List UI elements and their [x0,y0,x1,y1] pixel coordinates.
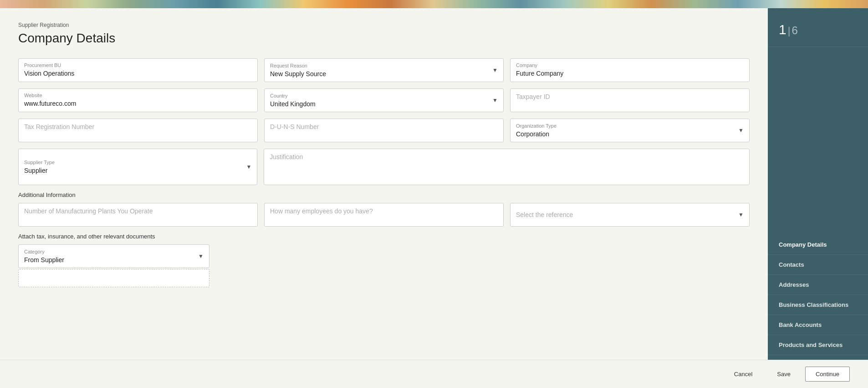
company-value: Future Company [516,70,563,77]
sidebar-item-bank-accounts[interactable]: Bank Accounts [768,315,868,335]
category-inner: Category From Supplier [24,249,198,264]
company-field[interactable]: Company Future Company [510,58,750,82]
website-field[interactable]: Website www.futureco.com [18,88,258,112]
country-value: United Kingdom [270,100,316,108]
num-plants-field[interactable]: Number of Manufacturing Plants You Opera… [18,203,258,227]
attach-docs-area: Category From Supplier ▼ [18,244,209,287]
request-reason-field[interactable]: Request Reason New Supply Source ▼ [264,58,504,82]
form-row-1: Procurement BU Vision Operations Request… [18,58,750,82]
sidebar-item-contacts[interactable]: Contacts [768,255,868,275]
category-dropdown-icon: ▼ [198,253,204,259]
continue-button[interactable]: Continue [805,367,850,382]
form-row-additional: Number of Manufacturing Plants You Opera… [18,203,750,227]
supplier-type-label: Supplier Type [24,160,246,165]
procurement-bu-field[interactable]: Procurement BU Vision Operations [18,58,258,82]
country-dropdown-icon: ▼ [492,97,498,103]
country-field[interactable]: Country United Kingdom ▼ [264,88,504,112]
select-reference-dropdown-icon: ▼ [738,212,744,218]
tax-reg-field[interactable]: Tax Registration Number [18,119,258,142]
category-value: From Supplier [24,256,64,264]
select-reference-field[interactable]: Select the reference ▼ [510,203,750,227]
sidebar: 1|6 Company Details Contacts Addresses B… [768,8,868,360]
country-label: Country [270,93,492,98]
sidebar-item-addresses[interactable]: Addresses [768,275,868,295]
category-label: Category [24,249,198,254]
sidebar-item-business-classifications[interactable]: Business Classifications [768,295,868,315]
org-type-label: Organization Type [516,123,738,129]
sidebar-nav: Company Details Contacts Addresses Busin… [768,47,868,360]
num-plants-placeholder: Number of Manufacturing Plants You Opera… [24,207,153,215]
top-banner [0,0,868,8]
main-layout: Supplier Registration Company Details Pr… [0,8,868,360]
request-reason-label: Request Reason [270,63,492,68]
taxpayer-id-field[interactable]: Taxpayer ID [510,88,750,112]
num-employees-placeholder: How many employees do you have? [270,207,373,215]
sidebar-arrow [763,240,768,249]
cancel-button[interactable]: Cancel [724,367,762,381]
select-reference-inner: Select the reference [516,211,738,219]
drop-zone[interactable] [18,269,209,287]
sidebar-item-products-services[interactable]: Products and Services [768,335,868,355]
sidebar-item-company-details[interactable]: Company Details [768,235,868,255]
category-field[interactable]: Category From Supplier ▼ [18,244,209,268]
country-inner: Country United Kingdom [270,93,492,108]
request-reason-value: New Supply Source [270,70,326,78]
form-row-3: Tax Registration Number D-U-N-S Number O… [18,119,750,142]
sidebar-progress: 1|6 [768,8,868,47]
supplier-type-value: Supplier [24,167,47,174]
content-area: Supplier Registration Company Details Pr… [0,8,768,360]
procurement-bu-value: Vision Operations [24,70,74,77]
website-label: Website [24,93,252,98]
request-reason-dropdown-icon: ▼ [492,67,498,73]
taxpayer-id-placeholder: Taxpayer ID [516,93,550,100]
page-subtitle: Supplier Registration [18,22,750,28]
progress-divider: | [788,25,791,36]
progress-total: 6 [791,24,797,36]
form-row-2: Website www.futureco.com Country United … [18,88,750,112]
duns-number-placeholder: D-U-N-S Number [270,123,319,130]
website-value: www.futureco.com [24,100,76,107]
page-title: Company Details [18,31,750,46]
request-reason-inner: Request Reason New Supply Source [270,63,492,78]
save-button[interactable]: Save [767,367,801,381]
additional-info-label: Additional Information [18,191,750,198]
org-type-inner: Organization Type Corporation [516,123,738,138]
org-type-field[interactable]: Organization Type Corporation ▼ [510,119,750,142]
tax-reg-placeholder: Tax Registration Number [24,123,94,130]
select-reference-placeholder: Select the reference [516,211,573,218]
company-label: Company [516,62,744,68]
supplier-type-dropdown-icon: ▼ [246,164,251,170]
org-type-dropdown-icon: ▼ [738,127,744,134]
action-bar: Cancel Save Continue [0,360,868,388]
procurement-bu-label: Procurement BU [24,62,252,68]
org-type-value: Corporation [516,130,549,138]
supplier-type-inner: Supplier Type Supplier [24,160,246,175]
duns-number-field[interactable]: D-U-N-S Number [264,119,504,142]
attach-docs-label: Attach tax, insurance, and other relevan… [18,233,750,240]
progress-current: 1 [779,22,786,37]
num-employees-field[interactable]: How many employees do you have? [264,203,504,227]
supplier-type-field[interactable]: Supplier Type Supplier ▼ [18,149,257,185]
justification-field[interactable]: Justification [264,149,750,185]
justification-placeholder: Justification [270,153,303,160]
form-row-4: Supplier Type Supplier ▼ Justification [18,149,750,185]
